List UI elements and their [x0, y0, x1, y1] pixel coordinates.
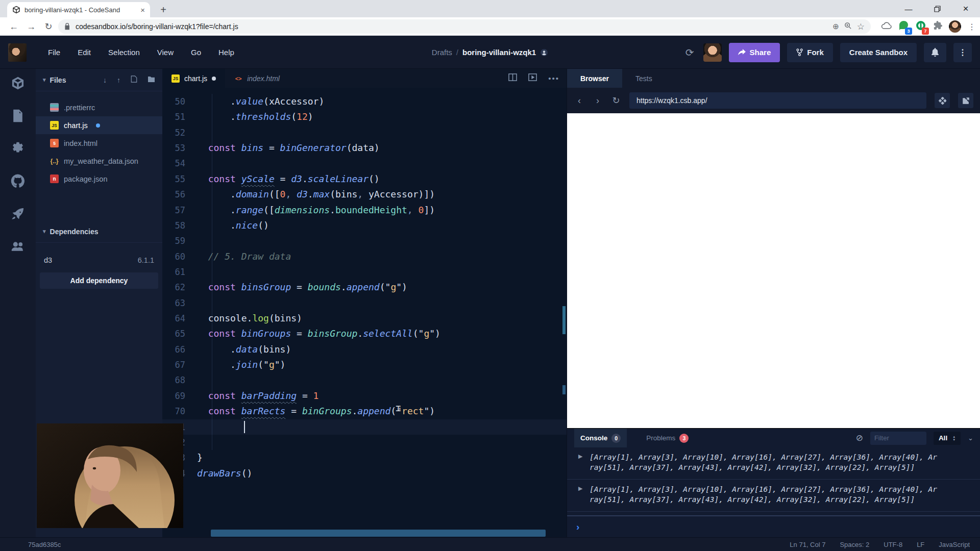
- header-kebab-menu[interactable]: ⋮: [953, 43, 972, 62]
- close-window-button[interactable]: ×: [951, 0, 980, 17]
- browser-tab[interactable]: boring-villani-wzqk1 - CodeSand ×: [7, 2, 150, 17]
- split-view-icon[interactable]: [508, 73, 517, 84]
- code-line-52[interactable]: 52: [162, 125, 567, 140]
- new-tab-button[interactable]: +: [157, 4, 169, 16]
- ring-extension-icon[interactable]: 7: [916, 20, 926, 33]
- code-line-71[interactable]: 71: [162, 419, 567, 435]
- menu-file[interactable]: File: [48, 48, 60, 57]
- preview-tab-browser[interactable]: Browser: [567, 69, 622, 88]
- status-item[interactable]: JavaScript: [939, 541, 970, 548]
- responsive-mode-icon[interactable]: [935, 93, 950, 108]
- code-line-66[interactable]: 66 .data(bins): [162, 342, 567, 357]
- open-in-new-window-icon[interactable]: [958, 93, 973, 108]
- file-item-index.html[interactable]: 5index.html: [36, 134, 162, 152]
- log-level-dropdown[interactable]: All ▲▼: [934, 432, 961, 445]
- new-folder-icon[interactable]: [148, 76, 155, 84]
- forward-icon[interactable]: →: [24, 20, 38, 33]
- code-line-61[interactable]: 61: [162, 264, 567, 280]
- file-explorer-icon[interactable]: [11, 109, 25, 123]
- notifications-button[interactable]: [924, 43, 946, 62]
- user-avatar[interactable]: [703, 43, 722, 62]
- more-actions-icon[interactable]: •••: [548, 74, 559, 83]
- code-line-63[interactable]: 63: [162, 295, 567, 311]
- chat-extension-icon[interactable]: 3: [899, 20, 909, 33]
- file-item-my_weather_data.json[interactable]: {..}my_weather_data.json: [36, 152, 162, 170]
- code-line-72[interactable]: 72: [162, 435, 567, 450]
- console-input-row[interactable]: ›: [567, 515, 980, 537]
- collapse-console-icon[interactable]: ⌄: [968, 434, 973, 442]
- refresh-sandbox-icon[interactable]: ⟳: [685, 46, 694, 59]
- code-line-62[interactable]: 62 const binsGroup = bounds.append("g"): [162, 280, 567, 295]
- code-line-60[interactable]: 60 // 5. Draw data: [162, 249, 567, 264]
- github-icon[interactable]: [11, 174, 25, 188]
- code-line-70[interactable]: 70 const barRects = binGroups.append("re…: [162, 404, 567, 419]
- code-line-51[interactable]: 51 .thresholds(12): [162, 109, 567, 124]
- preview-back-icon[interactable]: ‹: [574, 95, 584, 106]
- code-line-68[interactable]: 68: [162, 372, 567, 388]
- menu-help[interactable]: Help: [218, 48, 234, 57]
- workspace-logo-avatar[interactable]: [8, 43, 27, 62]
- privacy-globe-icon[interactable]: [540, 48, 548, 57]
- live-collaborate-icon[interactable]: [11, 239, 25, 254]
- breadcrumb-drafts-link[interactable]: Drafts: [432, 48, 452, 57]
- create-sandbox-button[interactable]: Create Sandbox: [840, 43, 917, 62]
- address-bar[interactable]: codesandbox.io/s/boring-villani-wzqk1?fi…: [58, 19, 871, 34]
- dependencies-header[interactable]: ▾ Dependencies: [36, 220, 162, 243]
- console-tab[interactable]: Console 0: [574, 429, 627, 447]
- back-icon[interactable]: ←: [7, 20, 20, 33]
- code-area[interactable]: 50 .value(xAccessor)51 .thresholds(12)52…: [162, 88, 567, 537]
- reload-icon[interactable]: ↻: [42, 20, 55, 33]
- preview-forward-icon[interactable]: ›: [593, 95, 603, 106]
- code-line-67[interactable]: 67 .join("g"): [162, 357, 567, 372]
- expand-triangle-icon[interactable]: ▶: [578, 453, 582, 460]
- add-dependency-button[interactable]: Add dependency: [40, 272, 158, 289]
- problems-tab[interactable]: Problems 3: [640, 429, 695, 447]
- minimize-button[interactable]: —: [894, 0, 923, 17]
- code-line-74[interactable]: 74drawBars(): [162, 466, 567, 481]
- fork-button[interactable]: Fork: [787, 43, 833, 62]
- code-line-59[interactable]: 59: [162, 233, 567, 248]
- editor-tab-index.html[interactable]: <>index.html: [225, 69, 289, 88]
- search-zoom-icon[interactable]: [844, 22, 852, 31]
- code-line-53[interactable]: 53 const bins = binGenerator(data): [162, 140, 567, 156]
- tab-close-icon[interactable]: ×: [140, 6, 145, 14]
- editor-tab-chart.js[interactable]: JSchart.js: [162, 69, 225, 88]
- file-item-package.json[interactable]: npackage.json: [36, 170, 162, 188]
- menu-view[interactable]: View: [157, 48, 174, 57]
- menu-selection[interactable]: Selection: [108, 48, 140, 57]
- code-line-54[interactable]: 54: [162, 156, 567, 171]
- code-line-69[interactable]: 69 const barPadding = 1: [162, 388, 567, 404]
- status-item[interactable]: Spaces: 2: [840, 541, 869, 548]
- console-log-entry-2[interactable]: ▶[Array[1], Array[3], Array[10], Array[1…: [567, 480, 980, 512]
- code-line-64[interactable]: 64 console.log(bins): [162, 311, 567, 326]
- clear-console-icon[interactable]: ⊘: [856, 433, 863, 443]
- status-item[interactable]: UTF-8: [884, 541, 902, 548]
- menu-edit[interactable]: Edit: [78, 48, 91, 57]
- horizontal-scrollbar[interactable]: [211, 530, 546, 537]
- status-item[interactable]: LF: [917, 541, 924, 548]
- restore-button[interactable]: [923, 0, 951, 17]
- code-line-65[interactable]: 65 const binGroups = binsGroup.selectAll…: [162, 326, 567, 341]
- preview-viewport[interactable]: [567, 113, 980, 428]
- deployment-rocket-icon[interactable]: [11, 207, 25, 221]
- expand-triangle-icon[interactable]: ▶: [578, 485, 582, 492]
- cloud-download-icon[interactable]: [881, 21, 892, 32]
- sandbox-info-cube-icon[interactable]: [11, 76, 25, 90]
- extensions-puzzle-icon[interactable]: [933, 21, 942, 33]
- code-line-56[interactable]: 56 .domain([0, d3.max(bins, yAccessor)]): [162, 187, 567, 202]
- zoom-icon[interactable]: ⊕: [832, 22, 839, 31]
- code-line-58[interactable]: 58 .nice(): [162, 218, 567, 233]
- download-icon[interactable]: ↓: [103, 76, 107, 84]
- share-button[interactable]: Share: [729, 43, 780, 62]
- code-line-55[interactable]: 55 const yScale = d3.scaleLinear(): [162, 171, 567, 187]
- code-line-73[interactable]: 73}: [162, 450, 567, 465]
- console-filter-input[interactable]: [870, 432, 926, 445]
- new-file-icon[interactable]: [131, 76, 137, 84]
- menu-go[interactable]: Go: [191, 48, 201, 57]
- settings-gear-icon[interactable]: [11, 141, 25, 156]
- console-log-entry-1[interactable]: ▶[Array[1], Array[3], Array[10], Array[1…: [567, 447, 980, 480]
- preview-address-bar[interactable]: https://wzqk1.csb.app/: [629, 92, 926, 109]
- browser-profile-avatar[interactable]: [949, 20, 961, 33]
- status-item[interactable]: Ln 71, Col 7: [790, 541, 825, 548]
- files-panel-header[interactable]: ▾ Files ↓ ↑: [36, 69, 162, 91]
